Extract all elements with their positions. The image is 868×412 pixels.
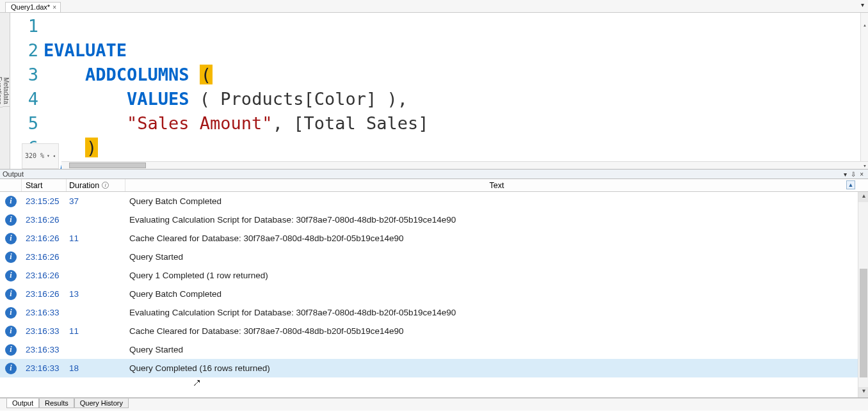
editor-area: Metadata Functions DMV 1 2 3 4 5 6 EVALU… [0, 13, 868, 169]
column-header-start[interactable]: Start [22, 179, 67, 191]
scroll-thumb[interactable] [69, 162, 146, 168]
row-info-icon [0, 344, 22, 356]
scroll-left-icon[interactable]: ◂ [61, 162, 69, 169]
output-row[interactable]: 23:16:26Query 1 Completed (1 row returne… [0, 266, 858, 285]
row-start: 23:16:33 [22, 326, 67, 336]
scroll-up-icon[interactable]: ▴ [858, 192, 868, 202]
line-number: 2 [10, 38, 44, 63]
column-header-duration[interactable]: Duration i [67, 179, 125, 191]
token-text: , [Total Sales] [273, 113, 429, 133]
row-start: 23:16:26 [22, 215, 67, 225]
row-duration: 11 [67, 326, 125, 336]
output-row[interactable]: 23:16:26Query Started [0, 248, 858, 266]
row-info-icon [0, 307, 22, 319]
row-start: 23:16:33 [22, 308, 67, 317]
side-tab-functions[interactable]: Functions [0, 74, 3, 107]
output-panel-title: Output [3, 170, 24, 178]
row-text: Query Started [125, 252, 858, 262]
output-row[interactable]: 23:16:3311Cache Cleared for Database: 30… [0, 322, 858, 340]
row-info-icon [0, 326, 22, 337]
row-info-icon [0, 196, 22, 207]
row-start: 23:16:26 [22, 289, 67, 299]
row-text: Query 1 Completed (1 row returned) [125, 271, 858, 280]
output-row[interactable]: 23:16:3318Query Completed (16 rows retur… [0, 359, 858, 377]
token-text: ( Products[Color] ), [189, 89, 408, 109]
token-function: VALUES [127, 89, 189, 109]
token-ws [44, 65, 85, 84]
side-tool-strip: Metadata Functions DMV [0, 13, 10, 169]
token-ws [44, 89, 127, 109]
editor-horizontal-scrollbar[interactable]: ◂ ▸ [61, 161, 868, 169]
close-tab-icon[interactable]: × [52, 4, 56, 11]
row-text: Query Completed (16 rows returned) [125, 363, 858, 373]
row-start: 23:16:26 [22, 234, 67, 243]
output-grid-body[interactable]: 23:15:2537Query Batch Completed23:16:26E… [0, 192, 858, 397]
scroll-up-icon[interactable]: ▴ [861, 13, 868, 20]
info-icon: i [102, 182, 109, 189]
token-string: "Sales Amount" [127, 113, 273, 133]
line-number: 4 [10, 87, 44, 111]
matched-paren-close: ) [85, 138, 98, 157]
line-number: 1 [10, 14, 44, 38]
row-text: Query Batch Completed [125, 289, 858, 299]
side-tab-metadata[interactable]: Metadata [3, 75, 10, 107]
bottom-tab-query-history[interactable]: Query History [74, 399, 129, 408]
panel-close-icon[interactable]: × [858, 171, 865, 178]
row-start: 23:16:26 [22, 252, 67, 262]
line-number: 5 [10, 111, 44, 136]
token-function: ADDCOLUMNS [85, 65, 189, 84]
output-row[interactable]: 23:16:26Evaluating Calculation Script fo… [0, 210, 858, 229]
zoom-indicator[interactable]: 320 % ▾ ◂ [22, 143, 59, 169]
panel-dropdown-icon[interactable]: ▾ [842, 171, 849, 178]
bottom-tab-results[interactable]: Results [39, 399, 74, 408]
matched-paren-open: ( [200, 65, 213, 84]
row-start: 23:16:33 [22, 363, 67, 373]
row-info-icon [0, 233, 22, 244]
bottom-tab-bar: Output Results Query History [0, 398, 868, 411]
row-text: Query Batch Completed [125, 196, 858, 206]
output-row[interactable]: 23:16:2611Cache Cleared for Database: 30… [0, 229, 858, 248]
output-row[interactable]: 23:16:33Query Started [0, 340, 858, 359]
editor-vertical-scrollbar[interactable]: ▴ ▾ [860, 13, 868, 161]
code-editor[interactable]: 1 2 3 4 5 6 EVALUATE ADDCOLUMNS ( VALUES… [10, 13, 868, 169]
line-number: 3 [10, 63, 44, 87]
row-duration: 13 [67, 289, 125, 299]
row-duration: 11 [67, 234, 125, 243]
column-header-icon[interactable] [0, 179, 22, 191]
row-duration: 18 [67, 363, 125, 373]
output-row[interactable]: 23:16:33Evaluating Calculation Script fo… [0, 303, 858, 322]
output-row[interactable]: 23:15:2537Query Batch Completed [0, 192, 858, 210]
tab-overflow-icon[interactable]: ▾ [861, 1, 864, 8]
document-tab[interactable]: Query1.dax* × [5, 2, 61, 12]
scroll-down-icon[interactable]: ▾ [861, 154, 868, 161]
token-ws [44, 113, 127, 133]
sort-ascending-icon[interactable]: ▲ [846, 180, 855, 189]
line-number-gutter: 1 2 3 4 5 6 [10, 14, 44, 160]
row-info-icon [0, 289, 22, 300]
panel-pin-icon[interactable]: ⇩ [849, 171, 858, 178]
zoom-dropdown-icon[interactable]: ▾ [47, 144, 50, 168]
row-info-icon [0, 214, 22, 226]
document-tab-bar: Query1.dax* × ▾ [0, 0, 868, 13]
output-panel: Start Duration i Text ▲ 23:15:2537Query … [0, 179, 868, 398]
zoom-left-icon[interactable]: ◂ [52, 144, 56, 168]
row-text: Cache Cleared for Database: 30f78ae7-080… [125, 326, 858, 336]
row-start: 23:16:33 [22, 345, 67, 354]
code-content: EVALUATE ADDCOLUMNS ( VALUES ( Products[… [44, 14, 428, 169]
output-grid-header: Start Duration i Text ▲ [0, 179, 868, 192]
output-row[interactable]: 23:16:2613Query Batch Completed [0, 285, 858, 303]
zoom-value: 320 % [25, 144, 44, 168]
scroll-down-icon[interactable]: ▾ [858, 387, 868, 397]
row-text: Query Started [125, 345, 858, 354]
row-text: Cache Cleared for Database: 30f78ae7-080… [125, 234, 858, 243]
token-ws [189, 65, 200, 84]
output-vertical-scrollbar[interactable]: ▴ ▾ [858, 192, 868, 397]
token-keyword: EVALUATE [44, 40, 127, 60]
row-info-icon [0, 251, 22, 263]
row-text: Evaluating Calculation Script for Databa… [125, 308, 858, 317]
bottom-tab-output[interactable]: Output [6, 399, 39, 408]
scroll-thumb[interactable] [860, 269, 867, 377]
column-header-text[interactable]: Text [125, 179, 868, 191]
row-info-icon [0, 363, 22, 374]
row-duration: 37 [67, 196, 125, 206]
